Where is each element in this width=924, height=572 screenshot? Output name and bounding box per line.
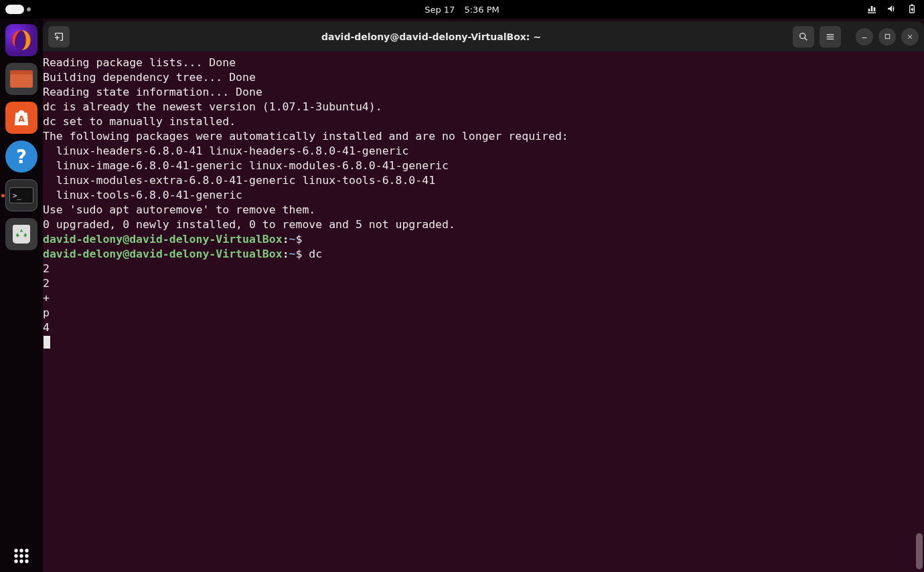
prompt-dollar: $ [296,233,303,246]
svg-point-8 [14,559,17,563]
title-bar[interactable]: david-delony@david-delony-VirtualBox: ~ [43,21,924,52]
volume-icon[interactable] [887,3,897,16]
prompt-sep: : [283,233,289,246]
window-title: david-delony@david-delony-VirtualBox: ~ [70,31,793,42]
command-text [302,233,309,246]
output-line: dc is already the newest version (1.07.1… [43,100,924,114]
grid-icon [11,545,32,567]
svg-point-9 [19,559,23,563]
dock-show-apps[interactable] [5,540,37,572]
output-line: Use 'sudo apt autoremove' to remove them… [43,203,924,217]
folder-icon [10,70,33,88]
command-text: dc [302,248,322,260]
dock-help[interactable]: ? [5,140,37,173]
svg-rect-14 [827,36,834,37]
minimize-button[interactable] [856,28,873,45]
prompt-path: ~ [289,248,296,260]
prompt-user: david-delony@david-delony-VirtualBox [43,233,283,246]
svg-rect-15 [827,38,834,39]
output-line: linux-tools-6.8.0-41-generic [43,188,924,203]
shopping-bag-icon: A [11,108,31,128]
prompt-sep: : [283,248,289,260]
svg-point-7 [25,554,28,557]
svg-point-11 [800,33,805,38]
dock: A ? >_ [0,19,43,572]
question-icon: ? [16,146,27,168]
new-tab-icon [54,31,64,42]
output-line: 4 [43,320,924,335]
svg-point-4 [25,549,28,552]
prompt-line: david-delony@david-delony-VirtualBox:~$ … [43,247,924,262]
prompt-user: david-delony@david-delony-VirtualBox [43,248,283,260]
new-tab-button[interactable] [48,26,70,47]
cursor-line [43,335,924,350]
network-icon[interactable] [866,3,877,16]
svg-text:A: A [18,114,25,124]
output-line: 2 [43,262,924,276]
output-line: 2 [43,276,924,291]
svg-rect-17 [885,34,889,38]
time-label: 5:36 PM [464,5,499,15]
search-icon [798,31,809,42]
output-line: linux-image-6.8.0-41-generic linux-modul… [43,159,924,173]
battery-icon[interactable] [907,3,917,16]
svg-point-2 [14,549,17,552]
output-line: linux-modules-extra-6.8.0-41-generic lin… [43,173,924,188]
date-label: Sep 17 [425,5,455,15]
maximize-button[interactable] [878,28,896,45]
prompt-line: david-delony@david-delony-VirtualBox:~$ [43,232,924,247]
dock-trash[interactable] [5,218,37,250]
svg-line-12 [805,37,807,40]
output-line: The following packages were automaticall… [43,129,924,144]
prompt-dollar: $ [296,248,303,260]
output-line: Reading package lists... Done [43,56,924,70]
clock[interactable]: Sep 17 5:36 PM [425,5,499,15]
output-line: linux-headers-6.8.0-41 linux-headers-6.8… [43,144,924,159]
output-line: dc set to manually installed. [43,114,924,129]
output-line: 0 upgraded, 0 newly installed, 0 to remo… [43,217,924,232]
dock-software[interactable]: A [5,102,37,134]
scrollbar-thumb[interactable] [916,533,923,569]
top-bar: Sep 17 5:36 PM [0,0,924,19]
prompt-path: ~ [289,233,296,246]
maximize-icon [884,33,891,40]
cursor [44,336,50,349]
dock-firefox[interactable] [5,24,37,56]
minimize-icon [860,33,868,41]
output-line: Building dependency tree... Done [43,70,924,85]
svg-point-5 [14,554,17,557]
output-line: + [43,291,924,306]
dock-terminal[interactable]: >_ [5,179,37,211]
output-line: p [43,306,924,320]
dock-files[interactable] [5,63,37,95]
hamburger-icon [825,31,836,42]
terminal-content[interactable]: Reading package lists... Done Building d… [43,52,924,572]
output-line: Reading state information... Done [43,85,924,100]
svg-point-3 [19,549,23,552]
svg-point-6 [19,554,23,557]
search-button[interactable] [793,26,814,47]
terminal-window: david-delony@david-delony-VirtualBox: ~ … [43,21,924,572]
activities-pill[interactable] [5,5,24,14]
svg-rect-16 [862,37,867,38]
svg-rect-13 [827,34,834,35]
svg-point-10 [25,559,28,563]
menu-button[interactable] [820,26,841,47]
firefox-icon [9,28,33,52]
recycle-icon [13,225,30,244]
close-button[interactable] [901,28,919,45]
close-icon [906,33,914,41]
terminal-icon: >_ [9,187,33,203]
